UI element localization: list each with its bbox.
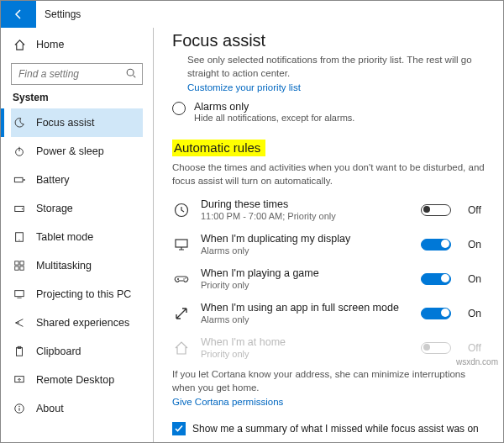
svg-rect-11: [20, 261, 24, 265]
toggle-game[interactable]: [421, 273, 451, 285]
svg-line-1: [134, 76, 136, 78]
toggle-state: Off: [468, 204, 488, 216]
nav-item-label: Storage: [36, 203, 73, 214]
page-heading: Focus assist: [172, 31, 488, 50]
remote-icon: [13, 374, 26, 386]
back-button[interactable]: [1, 1, 36, 28]
clipboard-icon: [13, 345, 26, 357]
toggle-state: Off: [468, 342, 488, 354]
tablet-icon: [13, 231, 26, 243]
sidebar-item-tablet-mode[interactable]: Tablet mode: [11, 223, 143, 251]
nav-item-label: Tablet mode: [36, 231, 93, 243]
svg-rect-15: [17, 348, 23, 356]
home-icon: [13, 39, 26, 51]
checkbox-checked-icon[interactable]: [172, 422, 186, 435]
toggle-state: On: [468, 308, 488, 319]
moon-icon: [13, 117, 26, 129]
svg-point-9: [18, 240, 19, 240]
sidebar-item-focus-assist[interactable]: Focus assist: [11, 108, 143, 137]
svg-rect-4: [14, 177, 23, 182]
sidebar-item-projecting[interactable]: Projecting to this PC: [11, 280, 143, 309]
svg-rect-12: [15, 266, 18, 270]
sidebar-item-remote-desktop[interactable]: Remote Desktop: [11, 366, 143, 394]
multitask-icon: [13, 260, 26, 272]
svg-point-19: [18, 406, 19, 407]
rule-sub: Priority only: [201, 349, 411, 359]
cortana-msg: If you let Cortana know your address, sh…: [172, 368, 488, 394]
rule-at-home: When I'm at home Priority only Off: [172, 330, 488, 365]
toggle-state: On: [468, 273, 488, 285]
rule-sub: Alarms only: [201, 314, 411, 324]
sidebar-item-multitasking[interactable]: Multitasking: [11, 251, 143, 280]
nav-item-label: Battery: [36, 174, 70, 186]
toggle-during-times[interactable]: [421, 204, 451, 216]
sidebar-item-shared-experiences[interactable]: Shared experiences: [11, 309, 143, 337]
summary-checkbox-row[interactable]: Show me a summary of what I missed while…: [172, 422, 488, 435]
sidebar-item-power-sleep[interactable]: Power & sleep: [11, 137, 143, 166]
rule-playing-game[interactable]: When I'm playing a game Priority only On: [172, 261, 488, 296]
svg-point-0: [127, 69, 134, 76]
search-icon: [125, 67, 137, 79]
sidebar-item-storage[interactable]: Storage: [11, 194, 143, 223]
svg-rect-22: [176, 240, 187, 247]
alarms-only-label: Alarms only: [194, 101, 354, 113]
power-icon: [13, 145, 26, 157]
rule-label: During these times: [201, 198, 411, 211]
sidebar-home[interactable]: Home: [11, 33, 143, 56]
rule-fullscreen-app[interactable]: When I'm using an app in full screen mod…: [172, 296, 488, 330]
alarms-only-option[interactable]: Alarms only Hide all notifications, exce…: [172, 101, 488, 123]
title-bar: Settings: [1, 1, 503, 28]
arrow-left-icon: [12, 8, 25, 21]
rule-duplicating-display[interactable]: When I'm duplicating my display Alarms o…: [172, 227, 488, 261]
svg-rect-10: [15, 261, 18, 265]
svg-rect-13: [20, 266, 24, 270]
info-icon: [13, 403, 26, 414]
sidebar: Home System Focus assist Power & sleep B…: [1, 28, 154, 442]
gamepad-icon: [172, 271, 191, 287]
rule-label: When I'm using an app in full screen mod…: [201, 302, 411, 314]
alarms-only-desc: Hide all notifications, except for alarm…: [194, 113, 354, 123]
rule-sub: Alarms only: [201, 245, 411, 256]
svg-rect-14: [15, 291, 24, 297]
search-input[interactable]: [12, 64, 142, 84]
storage-icon: [13, 203, 26, 214]
nav-item-label: About: [36, 403, 64, 414]
window-title: Settings: [45, 8, 81, 20]
cortana-permissions-link[interactable]: Give Cortana permissions: [172, 397, 283, 407]
rule-label: When I'm duplicating my display: [201, 233, 411, 245]
project-icon: [13, 288, 26, 300]
nav-item-label: Multitasking: [36, 260, 92, 272]
radio-icon: [172, 102, 186, 115]
toggle-duplicating[interactable]: [421, 239, 451, 251]
rule-sub: 11:00 PM - 7:00 AM; Priority only: [201, 211, 411, 221]
monitor-icon: [172, 236, 191, 253]
rule-during-times[interactable]: During these times 11:00 PM - 7:00 AM; P…: [172, 192, 488, 227]
nav-item-label: Clipboard: [36, 345, 81, 357]
fullscreen-icon: [172, 305, 191, 322]
sidebar-item-about[interactable]: About: [11, 394, 143, 423]
toggle-state: On: [468, 239, 488, 251]
search-box[interactable]: [11, 63, 143, 85]
sidebar-item-clipboard[interactable]: Clipboard: [11, 337, 143, 366]
summary-checkbox-label: Show me a summary of what I missed while…: [192, 423, 479, 435]
svg-rect-5: [23, 179, 24, 181]
nav-item-label: Power & sleep: [36, 145, 104, 157]
battery-icon: [13, 174, 26, 186]
customize-priority-link[interactable]: Customize your priority list: [187, 82, 301, 92]
nav-item-label: Projecting to this PC: [36, 288, 131, 300]
toggle-home: [421, 342, 451, 354]
priority-desc: See only selected notifications from the…: [187, 54, 488, 80]
toggle-fullscreen[interactable]: [421, 308, 451, 319]
automatic-rules-heading: Automatic rules: [172, 140, 265, 156]
home-label: Home: [36, 39, 64, 50]
rule-label: When I'm playing a game: [201, 267, 411, 280]
automatic-rules-desc: Choose the times and activities when you…: [172, 161, 488, 187]
rule-label: When I'm at home: [201, 336, 411, 349]
home-rule-icon: [172, 340, 191, 356]
clock-icon: [172, 202, 191, 219]
sidebar-item-battery[interactable]: Battery: [11, 166, 143, 194]
rule-sub: Priority only: [201, 280, 411, 290]
nav-item-label: Remote Desktop: [36, 374, 114, 386]
nav-item-label: Shared experiences: [36, 317, 129, 329]
svg-point-23: [183, 278, 184, 279]
